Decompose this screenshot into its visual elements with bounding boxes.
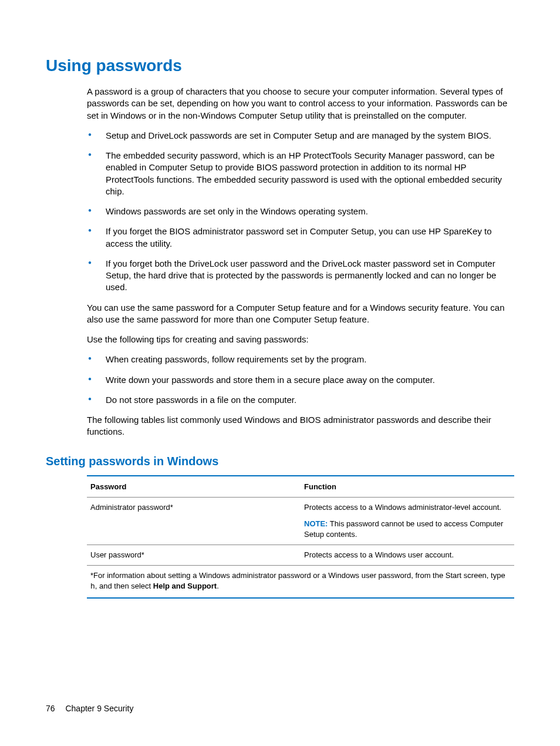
body-paragraph: The following tables list commonly used … xyxy=(87,414,514,438)
table-row: User password* Protects access to a Wind… xyxy=(87,545,514,566)
heading-using-passwords: Using passwords xyxy=(46,56,514,75)
footnote-code: h xyxy=(90,582,95,591)
list-item: If you forget both the DriveLock user pa… xyxy=(87,258,514,294)
list-item: Write down your passwords and store them… xyxy=(87,374,514,386)
footnote-text: . xyxy=(217,582,219,590)
list-item: Windows passwords are set only in the Wi… xyxy=(87,206,514,217)
bullet-list-2: When creating passwords, follow requirem… xyxy=(87,354,514,406)
page-number: 76 xyxy=(46,704,55,713)
col-header-password: Password xyxy=(87,476,301,498)
list-item: When creating passwords, follow requirem… xyxy=(87,354,514,365)
bullet-list-1: Setup and DriveLock passwords are set in… xyxy=(87,130,514,294)
footnote-text: *For information about setting a Windows… xyxy=(90,571,505,580)
cell-user-password: User password* xyxy=(87,545,301,566)
table-row: Administrator password* Protects access … xyxy=(87,497,514,545)
note-block: NOTE: This password cannot be used to ac… xyxy=(304,519,511,540)
passwords-table-wrap: Password Function Administrator password… xyxy=(87,475,514,599)
list-item: Setup and DriveLock passwords are set in… xyxy=(87,130,514,142)
list-item: Do not store passwords in a file on the … xyxy=(87,394,514,406)
cell-admin-password: Administrator password* xyxy=(87,497,301,545)
table-footnote: *For information about setting a Windows… xyxy=(87,566,514,598)
footnote-text: , and then select xyxy=(95,582,153,590)
table-footnote-row: *For information about setting a Windows… xyxy=(87,566,514,598)
list-item: The embedded security password, which is… xyxy=(87,150,514,197)
note-label: NOTE: xyxy=(304,519,328,528)
body-paragraph: You can use the same password for a Comp… xyxy=(87,302,514,326)
intro-paragraph: A password is a group of characters that… xyxy=(87,86,514,122)
cell-admin-function: Protects access to a Windows administrat… xyxy=(301,497,514,545)
heading-setting-passwords-windows: Setting passwords in Windows xyxy=(46,455,514,468)
passwords-table: Password Function Administrator password… xyxy=(87,475,514,599)
cell-user-function: Protects access to a Windows user accoun… xyxy=(301,545,514,566)
col-header-function: Function xyxy=(301,476,514,498)
body-paragraph: Use the following tips for creating and … xyxy=(87,334,514,345)
footnote-bold: Help and Support xyxy=(153,582,217,590)
list-item: If you forget the BIOS administrator pas… xyxy=(87,226,514,250)
note-text: This password cannot be used to access C… xyxy=(304,519,503,539)
chapter-label: Chapter 9 Security xyxy=(65,704,133,713)
cell-text: Protects access to a Windows administrat… xyxy=(304,502,511,513)
page-footer: 76 Chapter 9 Security xyxy=(46,704,133,713)
